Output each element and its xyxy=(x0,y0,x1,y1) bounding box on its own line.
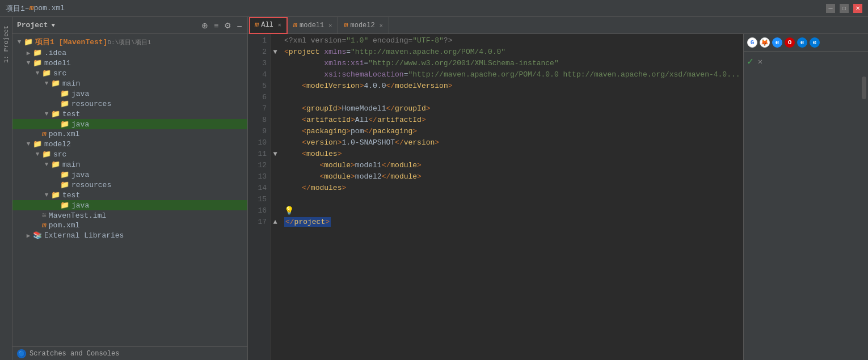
label-extlibs: External Libraries xyxy=(44,231,124,240)
title-separator: – xyxy=(25,4,30,12)
fold-2[interactable]: ▼ xyxy=(271,46,280,58)
opera-icon[interactable]: O xyxy=(785,37,795,48)
fold-1 xyxy=(271,35,280,46)
tree-item-main2[interactable]: ▼ 📁 main xyxy=(12,159,247,170)
tree-item-java1[interactable]: 📁 java xyxy=(12,88,247,99)
firefox-icon[interactable]: 🦊 xyxy=(760,37,770,48)
label-pom2: pom.xml xyxy=(49,221,80,230)
chrome-icon[interactable]: G xyxy=(747,37,757,48)
edge-icon[interactable]: e xyxy=(797,37,807,48)
tree-item-root[interactable]: ▼ 📁 项目1 [MavenTest] D:\项目\项目1 xyxy=(12,36,247,48)
editor-scrollbar[interactable] xyxy=(744,71,868,360)
editor-content: 1 2 3 4 5 6 7 8 9 10 11 12 13 14 15 16 1… xyxy=(248,34,868,360)
fold-11[interactable]: ▼ xyxy=(271,149,280,160)
tree-item-java2[interactable]: 📁 java xyxy=(12,170,247,180)
icon-iml: ≋ xyxy=(42,211,47,220)
arrow-src2: ▼ xyxy=(33,151,42,158)
tree-item-resources2[interactable]: 📁 resources xyxy=(12,180,247,190)
sidebar: Project ▼ ⊕ ≡ ⚙ – ▼ 📁 项目1 [MavenTest] D:… xyxy=(12,17,248,360)
code-line-3: xmlns:xsi="http://www.w3.org/2001/XMLSch… xyxy=(284,58,743,69)
tree-item-idea[interactable]: ▶ 📁 .idea xyxy=(12,48,247,58)
code-line-8: <artifactId>All</artifactId> xyxy=(284,115,743,126)
locate-button[interactable]: ⊕ xyxy=(200,21,209,30)
fold-3 xyxy=(271,58,280,69)
tree-item-pom1[interactable]: m pom.xml xyxy=(12,129,247,139)
label-iml: MavenTest.iml xyxy=(49,211,106,220)
edge2-icon[interactable]: e xyxy=(810,37,820,48)
maximize-button[interactable]: □ xyxy=(840,4,849,13)
title-bar: 项目1 – m pom.xml ─ □ ✕ xyxy=(0,0,868,17)
arrow-test2: ▼ xyxy=(42,192,51,198)
label-model2: model2 xyxy=(44,140,71,149)
arrow-model1: ▼ xyxy=(24,60,33,66)
tree-item-src2[interactable]: ▼ 📁 src xyxy=(12,149,247,159)
scratches-label[interactable]: Scratches and Consoles xyxy=(30,350,119,358)
tree-item-main1[interactable]: ▼ 📁 main xyxy=(12,78,247,88)
arrow-src1: ▼ xyxy=(33,70,42,77)
tab-model1-close[interactable]: ✕ xyxy=(328,22,332,29)
fold-8 xyxy=(271,115,280,126)
label-test2: test xyxy=(62,191,80,200)
minimize-button[interactable]: ─ xyxy=(826,4,835,13)
editor-wrapper: m All ✕ m model1 ✕ m model2 ✕ 1 2 3 4 xyxy=(248,17,868,360)
tree-item-model2[interactable]: ▼ 📁 model2 xyxy=(12,139,247,149)
tree-item-extlibs[interactable]: ▶ 📚 External Libraries xyxy=(12,230,247,240)
icon-java1: 📁 xyxy=(60,89,69,98)
label-src1: src xyxy=(53,69,66,78)
tab-model2-close[interactable]: ✕ xyxy=(380,22,383,29)
label-testjava1: java xyxy=(71,120,89,129)
tree-item-model1[interactable]: ▼ 📁 model1 xyxy=(12,58,247,68)
collapse-button[interactable]: ≡ xyxy=(213,21,220,30)
icon-extlibs: 📚 xyxy=(33,231,42,240)
close-button[interactable]: ✕ xyxy=(853,4,862,13)
tree-item-pom2[interactable]: m pom.xml xyxy=(12,221,247,230)
tab-all[interactable]: m All ✕ xyxy=(249,17,288,34)
icon-model2: 📁 xyxy=(33,139,42,149)
x-icon: ✕ xyxy=(758,57,762,66)
fold-13 xyxy=(271,171,280,183)
fold-4 xyxy=(271,69,280,81)
sidebar-dropdown-arrow[interactable]: ▼ xyxy=(52,22,56,29)
tree-item-test1[interactable]: ▼ 📁 test xyxy=(12,109,247,119)
icon-model1: 📁 xyxy=(33,58,42,67)
check-icon: ✓ xyxy=(747,55,753,67)
tab-model2[interactable]: m model2 ✕ xyxy=(338,17,389,34)
label-test1: test xyxy=(62,110,80,118)
tree-item-test2[interactable]: ▼ 📁 test xyxy=(12,190,247,200)
icon-test1: 📁 xyxy=(51,109,60,118)
icon-testjava1: 📁 xyxy=(60,120,69,129)
label-java1: java xyxy=(71,90,89,98)
tree-item-iml[interactable]: ≋ MavenTest.iml xyxy=(12,210,247,221)
fold-16 xyxy=(271,205,280,217)
tab-model1[interactable]: m model1 ✕ xyxy=(288,17,338,34)
settings-button[interactable]: ⚙ xyxy=(223,21,233,30)
arrow-extlibs: ▶ xyxy=(24,232,33,239)
tab-all-close[interactable]: ✕ xyxy=(278,22,281,28)
code-line-16: 💡 xyxy=(284,205,743,217)
right-panel: G 🦊 e O e e ✓ ✕ xyxy=(743,34,868,360)
tree-item-resources1[interactable]: 📁 resources xyxy=(12,99,247,109)
tab-model2-label: model2 xyxy=(351,22,375,29)
code-line-6 xyxy=(284,92,743,103)
close-sidebar-button[interactable]: – xyxy=(236,21,243,30)
tree-item-src1[interactable]: ▼ 📁 src xyxy=(12,68,247,78)
code-line-14: </modules> xyxy=(284,183,743,194)
ie-icon[interactable]: e xyxy=(772,37,782,48)
code-line-9: <packaging>pom</packaging> xyxy=(284,126,743,137)
bottom-bar: 🔵 Scratches and Consoles xyxy=(12,346,247,360)
scratches-icon: 🔵 xyxy=(17,349,26,358)
project-panel-label[interactable]: 1: Project xyxy=(3,26,10,63)
icon-src1: 📁 xyxy=(42,69,51,78)
icon-java2: 📁 xyxy=(60,170,69,179)
tree-item-testjava2[interactable]: 📁 java xyxy=(12,200,247,210)
code-line-10: <version>1.0-SNAPSHOT</version> xyxy=(284,137,743,149)
scrollbar-thumb[interactable] xyxy=(862,77,866,99)
arrow-idea: ▶ xyxy=(24,49,33,57)
code-line-2: <project xmlns="http://maven.apache.org/… xyxy=(284,46,743,58)
code-area[interactable]: <?xml version="1.0" encoding="UTF-8"?> <… xyxy=(280,34,743,360)
browser-icons-bar: G 🦊 e O e e xyxy=(744,34,868,52)
label-main2: main xyxy=(62,160,80,169)
tree-item-testjava1[interactable]: 📁 java xyxy=(12,119,247,129)
fold-12 xyxy=(271,160,280,171)
fold-17[interactable]: ▲ xyxy=(271,217,280,228)
